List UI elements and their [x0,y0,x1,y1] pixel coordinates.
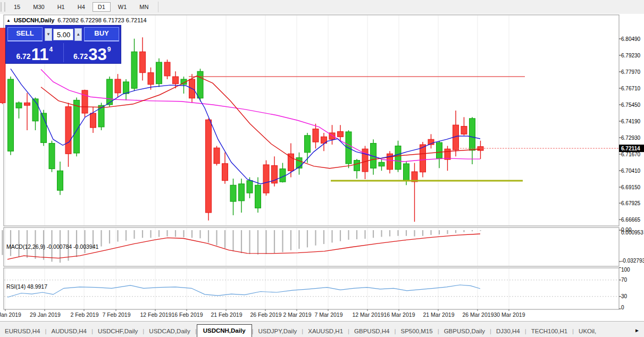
toolbar-grip[interactable] [1,2,5,12]
candlestick [0,28,5,103]
volume-decrease-button[interactable]: ▼ [45,28,52,41]
date-tick-label: 21 Feb 2019 [211,311,242,318]
macd-min-label: -0.032793 [621,258,644,264]
volume-increase-button[interactable]: ▲ [74,28,82,41]
timeframe-button-h1[interactable]: H1 [52,2,70,12]
price-tick-label: 6.72930 [621,135,641,141]
chart-symbol-label: USDCNH,Daily [14,17,54,23]
date-tick-label: 26 Feb 2019 [250,311,282,318]
date-tick-label: 16 Mar 2019 [384,311,415,318]
candlestick [49,144,55,169]
rsi-tick-label: 70 [621,277,628,283]
candlestick [57,171,63,190]
symbol-tab-audusd-h4[interactable]: AUDUSD,H4 [46,326,91,337]
symbol-tab-eurusd-h4[interactable]: EURUSD,H4 [0,326,45,337]
timeframe-button-h4[interactable]: H4 [72,2,90,12]
candlestick [164,62,170,76]
candlestick [65,107,71,154]
candlestick [461,127,467,134]
symbol-tab-xauusd-h1[interactable]: XAUUSD,H1 [303,326,348,337]
sell-price-pips: 11 [31,48,49,62]
rsi-tick-label: 100 [621,267,630,273]
collapse-arrow-icon[interactable]: ▲ [6,18,11,23]
sell-button[interactable]: SELL [7,27,43,41]
date-tick-label: 30 Mar 2019 [494,311,525,318]
candlestick [338,131,344,137]
candlestick [131,52,137,88]
candlestick [90,113,96,128]
date-tick-label: 12 Mar 2019 [353,311,384,318]
price-tick-label: 6.79230 [621,53,641,58]
symbol-tab-usdchf-daily[interactable]: USDCHF,Daily [93,326,143,337]
sell-price-main: 6.72 [16,52,30,61]
volume-input[interactable]: 5.00 [53,29,73,40]
price-tick-label: 6.74190 [621,119,641,124]
buy-price-main: 6.72 [73,52,88,61]
timeframe-button-15[interactable]: 15 [9,2,26,12]
symbol-tab-gbpusd-daily[interactable]: GBPUSD,Daily [439,326,490,337]
timeframe-buttons: 15M30H1H4D1W1MN [7,2,155,12]
candlestick [305,136,311,153]
candlestick [123,82,129,94]
candlestick [470,119,475,150]
candlestick [115,79,121,93]
date-tick-label: 7 Mar 2019 [314,311,342,318]
candlestick [354,161,360,171]
symbol-tab-usdcnh-daily[interactable]: USDCNH,Daily [197,324,252,337]
symbol-tab-usdcad-daily[interactable]: USDCAD,Daily [144,326,195,337]
candlestick [263,165,269,193]
candlestick [140,52,146,72]
tab-scroll-right-icon[interactable]: ► [632,327,644,337]
buy-button[interactable]: BUY [84,27,119,41]
date-tick-label: 24 Jan 2019 [0,311,21,318]
chart-title: ▲ USDCNH,Daily 6.72082 6.72298 6.71723 6… [6,17,147,23]
chart-ohlc-values: 6.72082 6.72298 6.71723 6.72114 [57,17,146,23]
candlestick [156,62,162,84]
current-price-label: 6.72114 [621,146,640,151]
candlestick [404,164,409,180]
trading-platform-window: { "toolbar": { "timeframes": ["15", "M30… [0,0,644,337]
symbol-tabs: EURUSD,H4|AUDUSD,H4|USDCHF,Daily|USDCAD,… [0,324,601,337]
price-tick-label: 6.67925 [621,200,641,206]
candlestick [24,103,30,105]
symbol-tab-dj30-h4[interactable]: DJ30,H4 [491,326,525,337]
symbol-tab-bar: EURUSD,H4|AUDUSD,H4|USDCHF,Daily|USDCAD,… [0,321,644,337]
sell-price-quote[interactable]: 6.72 11 4 [6,42,63,63]
candlestick [379,162,384,166]
rsi-indicator-label: RSI(14) 48.9917 [6,283,47,290]
buy-price-pips: 33 [88,48,106,62]
candlestick [437,142,442,158]
candlestick [8,79,14,151]
symbol-tab-gbpusd-h4[interactable]: GBPUSD,H4 [349,326,394,337]
date-tick-label: 29 Jan 2019 [30,311,61,318]
price-tick-label: 6.71670 [621,151,641,157]
price-tick-label: 6.75450 [621,102,641,108]
date-tick-label: 7 Feb 2019 [102,311,130,318]
candlestick [214,148,220,164]
candlestick [222,164,228,181]
symbol-tab-sp500-m15[interactable]: SP500,M15 [396,326,438,337]
price-tick-label: 6.69150 [621,184,641,190]
date-tick-label: 2 Mar 2019 [283,311,311,318]
candlestick [16,103,22,108]
price-tick-label: 6.76710 [621,86,641,91]
date-tick-label: 2 Feb 2019 [70,311,98,318]
symbol-tab-ukoil-[interactable]: UKOil, [574,326,601,337]
timeframe-button-m30[interactable]: M30 [28,2,49,12]
candlestick [255,185,261,208]
candlestick [445,149,450,159]
symbol-tab-tech100-h1[interactable]: TECH100,H1 [526,326,572,337]
price-tick-label: 6.77970 [621,69,641,75]
price-tick-label: 6.70410 [621,168,641,174]
sell-price-point: 4 [49,46,53,53]
buy-price-quote[interactable]: 6.72 33 9 [64,42,121,63]
date-tick-label: 21 Mar 2019 [423,311,455,318]
symbol-tab-usdjpy-daily[interactable]: USDJPY,Daily [254,326,302,337]
candlestick [395,146,401,170]
date-tick-label: 12 Feb 2019 [140,311,172,318]
toolbar-separator [158,2,158,12]
price-tick-label: 6.80490 [621,36,641,42]
timeframe-button-mn[interactable]: MN [134,2,154,12]
timeframe-button-w1[interactable]: W1 [113,2,132,12]
timeframe-button-d1[interactable]: D1 [93,2,111,12]
